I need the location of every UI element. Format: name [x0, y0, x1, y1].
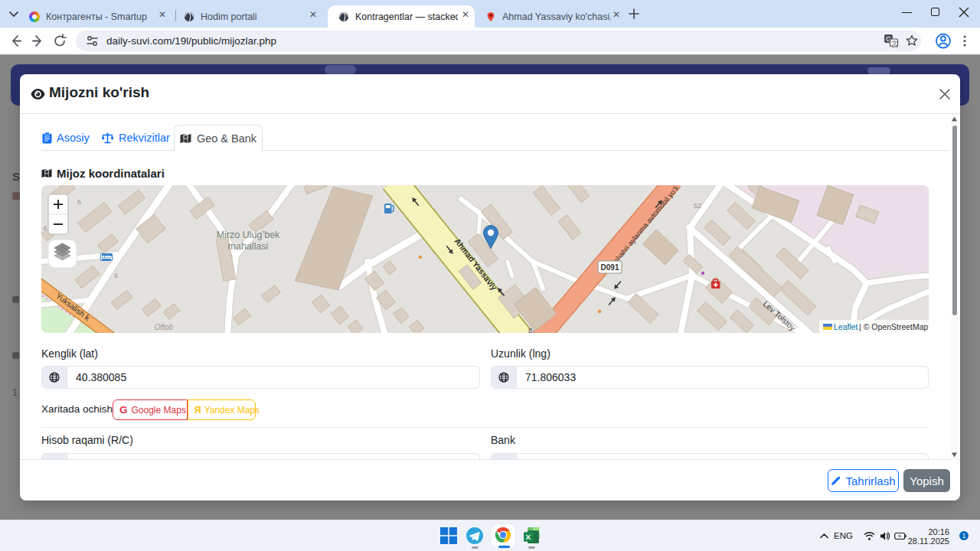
svg-text:mahallasi: mahallasi — [228, 241, 269, 252]
svg-text:4: 4 — [43, 224, 47, 232]
svg-text:| © OpenStreetMap: | © OpenStreetMap — [859, 322, 929, 331]
svg-text:Leaflet: Leaflet — [834, 322, 858, 331]
svg-text:52: 52 — [694, 202, 701, 210]
svg-text:X: X — [526, 533, 531, 541]
svg-text:D091: D091 — [601, 263, 619, 272]
svg-text:6: 6 — [77, 198, 81, 206]
svg-text:6: 6 — [114, 272, 118, 279]
svg-text:B: B — [528, 327, 533, 333]
svg-text:Oftob: Oftob — [155, 323, 174, 331]
svg-text:文: 文 — [892, 40, 898, 47]
svg-text:Mirzo Ulug’bek: Mirzo Ulug’bek — [217, 230, 280, 240]
